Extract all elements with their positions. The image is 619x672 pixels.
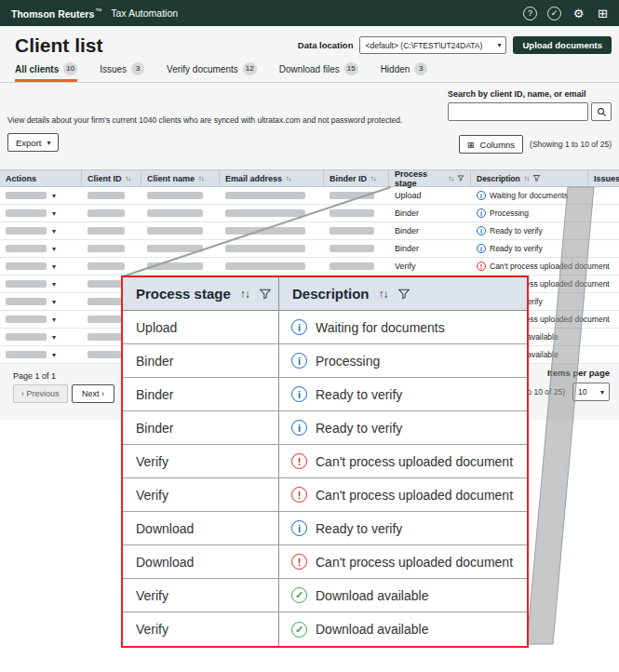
search-input[interactable]: [448, 102, 588, 121]
redacted-bar: [6, 280, 47, 288]
upload-documents-button[interactable]: Upload documents: [513, 36, 612, 54]
table-row: ▾ Verify !Can't process uploaded documen…: [0, 258, 619, 276]
redacted-bar: [6, 351, 47, 358]
column-header-client-id[interactable]: Client ID↑↓: [82, 170, 141, 186]
zoom-row: Verify !Can't process uploaded document: [123, 478, 527, 512]
apps-icon[interactable]: ⊞: [596, 7, 610, 20]
previous-page-button[interactable]: ‹ Previous: [13, 384, 68, 403]
topbar-icons: ? ✓ ⚙ ⊞: [523, 7, 610, 20]
redacted-bar: [6, 333, 47, 341]
filter-icon[interactable]: [457, 174, 464, 182]
redacted-bar: [6, 245, 47, 252]
filter-icon: [259, 288, 272, 301]
redacted-bar: [225, 192, 305, 199]
redacted-bar: [87, 316, 125, 323]
tab-issues[interactable]: Issues 3: [100, 61, 144, 82]
redacted-bar: [87, 280, 125, 288]
process-stage-cell: Upload: [389, 187, 471, 204]
search-button[interactable]: [591, 102, 612, 121]
zoom-column-header-description: Description ↑↓: [279, 277, 527, 310]
table-header-row: Actions Client ID↑↓ Client name↑↓ Email …: [0, 169, 619, 187]
redacted-bar: [87, 192, 125, 199]
redacted-bar: [330, 262, 374, 270]
column-header-process-stage[interactable]: Process stage↑↓: [389, 170, 471, 186]
columns-button[interactable]: ⊞ Columns: [459, 135, 523, 154]
chevron-down-icon: ▾: [600, 388, 604, 396]
redacted-bar: [225, 262, 305, 270]
brand: Thomson Reuters™ Tax Automation: [11, 7, 178, 20]
chevron-down-icon: ▾: [497, 41, 501, 49]
redacted-bar: [6, 316, 47, 323]
zoom-row: Upload iWaiting for documents: [123, 311, 527, 344]
data-location-select[interactable]: <default> (C:\FTEST\UT24DATA) ▾: [359, 36, 506, 54]
row-actions-chevron-icon[interactable]: ▾: [52, 351, 56, 359]
row-actions-chevron-icon[interactable]: ▾: [52, 262, 56, 271]
redacted-bar: [147, 262, 203, 270]
row-actions-chevron-icon[interactable]: ▾: [52, 245, 56, 253]
column-header-client-name[interactable]: Client name↑↓: [141, 170, 220, 186]
tab-label: Verify documents: [167, 64, 238, 74]
info-icon: i: [291, 319, 307, 335]
sort-icon[interactable]: ↑↓: [449, 174, 454, 182]
tab-label: Issues: [100, 64, 127, 74]
redacted-bar: [330, 192, 374, 199]
help-icon[interactable]: ?: [523, 7, 537, 20]
sort-icon[interactable]: ↑↓: [198, 174, 204, 182]
row-actions-chevron-icon[interactable]: ▾: [52, 192, 56, 200]
redacted-bar: [147, 245, 203, 252]
zoom-callout: Process stage ↑↓ Description ↑↓ Upload i…: [121, 276, 529, 648]
redacted-bar: [330, 227, 374, 235]
column-header-binder-id[interactable]: Binder ID↑↓: [324, 170, 389, 186]
tab-all-clients[interactable]: All clients 10: [15, 61, 77, 82]
tab-verify-documents[interactable]: Verify documents 12: [167, 61, 257, 82]
column-header-issues[interactable]: Issues↑↓: [588, 170, 619, 186]
row-actions-chevron-icon[interactable]: ▾: [52, 280, 56, 289]
chevron-down-icon: ▾: [47, 139, 50, 147]
info-icon: i: [291, 420, 307, 436]
sort-icon: ↑↓: [379, 288, 388, 301]
check-icon[interactable]: ✓: [547, 7, 561, 20]
success-icon: ✓: [291, 622, 307, 638]
tab-download-files[interactable]: Download files 15: [279, 61, 358, 82]
export-button[interactable]: Export ▾: [7, 133, 59, 152]
zoom-row: Verify ✓Download available: [123, 579, 527, 612]
items-per-page-select[interactable]: 10 ▾: [572, 383, 610, 401]
row-actions-chevron-icon[interactable]: ▾: [52, 298, 56, 306]
row-actions-chevron-icon[interactable]: ▾: [52, 209, 56, 218]
search-icon: [597, 107, 607, 117]
row-actions-chevron-icon[interactable]: ▾: [52, 316, 56, 324]
sort-icon[interactable]: ↑↓: [370, 174, 376, 182]
table-toolbar: Export ▾ ⊞ Columns (Showing 1 to 10 of 2…: [0, 131, 619, 156]
export-label: Export: [16, 138, 41, 148]
redacted-bar: [225, 227, 305, 235]
filter-icon[interactable]: [532, 174, 541, 182]
row-actions-chevron-icon[interactable]: ▾: [52, 227, 56, 235]
column-header-description[interactable]: Description↑↓: [471, 170, 588, 186]
tab-label: All clients: [15, 64, 59, 74]
items-per-page-label: Items per page: [547, 368, 610, 378]
brand-name: Thomson Reuters: [11, 7, 94, 19]
redacted-bar: [147, 227, 203, 235]
sort-icon[interactable]: ↑↓: [286, 174, 291, 182]
row-actions-chevron-icon[interactable]: ▾: [52, 333, 56, 342]
sort-icon: ↑↓: [240, 288, 249, 301]
info-icon: i: [477, 191, 486, 200]
process-stage-cell: Binder: [389, 222, 471, 239]
description-cell: iReady to verify: [471, 222, 588, 239]
tab-hidden[interactable]: Hidden 3: [381, 61, 428, 82]
success-icon: ✓: [291, 587, 307, 603]
redacted-bar: [87, 209, 125, 217]
sort-icon[interactable]: ↑↓: [524, 174, 530, 182]
settings-icon[interactable]: ⚙: [572, 7, 585, 20]
column-header-email[interactable]: Email address↑↓: [220, 170, 324, 186]
redacted-bar: [87, 333, 125, 341]
next-page-button[interactable]: Next ›: [72, 384, 114, 403]
sort-icon[interactable]: ↑↓: [126, 174, 131, 182]
page-title: Client list: [15, 34, 103, 57]
zoom-row: Binder iReady to verify: [123, 411, 527, 445]
info-icon: i: [291, 520, 307, 536]
tab-count-badge: 3: [131, 62, 144, 75]
tab-label: Download files: [279, 64, 340, 74]
process-stage-cell: Binder: [389, 240, 471, 257]
zoom-row: Verify !Can't process uploaded document: [123, 445, 527, 478]
